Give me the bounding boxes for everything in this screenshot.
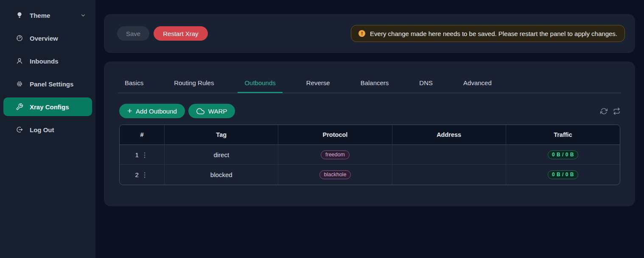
unsaved-changes-alert: ! Every change made here needs to be sav…	[351, 25, 625, 42]
warp-label: WARP	[208, 108, 227, 115]
traffic-badge: 0 B / 0 B	[548, 150, 578, 159]
add-outbound-label: Add Outbound	[136, 108, 177, 115]
sidebar-item-label: Theme	[30, 12, 50, 19]
tab-routing-rules[interactable]: Routing Rules	[167, 73, 221, 93]
sidebar: Theme Overview Inbounds Panel Settings X…	[0, 0, 95, 258]
sidebar-item-inbounds[interactable]: Inbounds	[3, 52, 92, 70]
warp-button[interactable]: WARP	[188, 104, 235, 118]
table-header-row: # Tag Protocol Address Traffic	[120, 125, 620, 145]
cloud-icon	[196, 107, 204, 115]
kebab-icon[interactable]: ⋮	[141, 152, 149, 158]
traffic-badge: 0 B / 0 B	[548, 170, 578, 179]
outbounds-table: # Tag Protocol Address Traffic 1 ⋮	[119, 125, 620, 185]
main-content: Save Restart Xray ! Every change made he…	[95, 0, 644, 206]
wrench-icon	[16, 103, 23, 111]
sidebar-item-label: Log Out	[30, 126, 54, 133]
cell-address	[392, 145, 506, 165]
restart-xray-button[interactable]: Restart Xray	[154, 26, 207, 41]
table-row: 2 ⋮ blocked blackhole 0 B / 0 B	[120, 165, 620, 185]
row-number: 2	[135, 171, 138, 178]
tab-dns[interactable]: DNS	[412, 73, 440, 93]
add-outbound-button[interactable]: + Add Outbound	[119, 104, 185, 118]
refresh-icon[interactable]	[600, 108, 608, 115]
column-header-tag: Tag	[165, 125, 278, 145]
gear-icon	[16, 80, 23, 88]
column-header-address: Address	[392, 125, 506, 145]
xray-config-card: Basics Routing Rules Outbounds Reverse B…	[104, 61, 635, 206]
column-header-traffic: Traffic	[506, 125, 620, 145]
table-tools	[600, 108, 620, 115]
sidebar-item-xray-configs[interactable]: Xray Configs	[3, 97, 92, 116]
cell-protocol: blackhole	[278, 165, 392, 185]
row-number: 1	[135, 151, 138, 158]
cell-index: 2 ⋮	[120, 165, 165, 185]
protocol-badge: blackhole	[319, 170, 351, 179]
cell-index: 1 ⋮	[120, 145, 165, 165]
tab-advanced[interactable]: Advanced	[456, 73, 498, 93]
alert-text: Every change made here needs to be saved…	[370, 30, 617, 37]
toolbar-card: Save Restart Xray ! Every change made he…	[104, 14, 635, 53]
config-tabs: Basics Routing Rules Outbounds Reverse B…	[118, 61, 621, 93]
sidebar-item-label: Panel Settings	[30, 80, 73, 88]
bulb-icon	[16, 11, 23, 19]
user-icon	[16, 57, 23, 65]
dashboard-icon	[16, 34, 23, 42]
warning-icon: !	[358, 30, 365, 37]
cell-traffic: 0 B / 0 B	[506, 165, 620, 185]
tab-basics[interactable]: Basics	[118, 73, 150, 93]
sidebar-item-theme[interactable]: Theme	[3, 6, 92, 25]
repeat-icon[interactable]	[613, 108, 620, 115]
sidebar-item-label: Inbounds	[30, 58, 59, 65]
sidebar-item-label: Overview	[30, 35, 58, 42]
outbounds-actions: + Add Outbound WARP	[119, 104, 620, 118]
protocol-badge: freedom	[321, 150, 350, 159]
cell-traffic: 0 B / 0 B	[506, 145, 620, 165]
tab-reverse[interactable]: Reverse	[300, 73, 337, 93]
save-button[interactable]: Save	[117, 26, 149, 41]
column-header-protocol: Protocol	[278, 125, 392, 145]
chevron-down-icon	[80, 12, 86, 18]
tab-balancers[interactable]: Balancers	[354, 73, 396, 93]
sidebar-item-overview[interactable]: Overview	[3, 29, 92, 47]
cell-address	[392, 165, 506, 185]
logout-icon	[16, 126, 23, 133]
sidebar-item-label: Xray Configs	[30, 103, 69, 111]
sidebar-item-log-out[interactable]: Log Out	[3, 120, 92, 139]
plus-icon: +	[127, 107, 132, 115]
kebab-icon[interactable]: ⋮	[141, 172, 149, 178]
table-row: 1 ⋮ direct freedom 0 B / 0 B	[120, 145, 620, 165]
tab-outbounds[interactable]: Outbounds	[238, 73, 282, 93]
cell-tag: direct	[165, 145, 278, 165]
sidebar-item-panel-settings[interactable]: Panel Settings	[3, 75, 92, 93]
column-header-index: #	[120, 125, 165, 145]
cell-protocol: freedom	[278, 145, 392, 165]
cell-tag: blocked	[165, 165, 278, 185]
